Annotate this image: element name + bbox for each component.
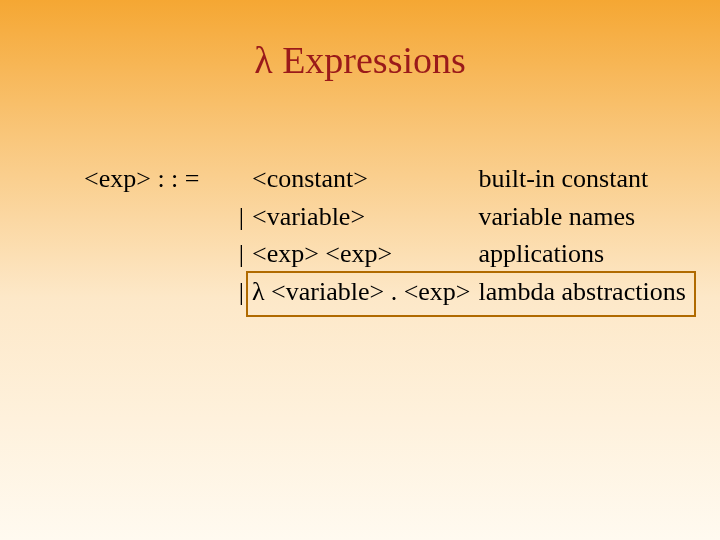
grammar-production: <variable> <box>252 202 365 231</box>
grammar-row: | <exp> <exp> applications <box>80 235 690 273</box>
grammar-bar: | <box>239 239 244 268</box>
grammar-description: built-in constant <box>479 164 649 193</box>
grammar-description: variable names <box>479 202 636 231</box>
grammar-production: λ <variable> . <exp> <box>252 273 471 311</box>
grammar-row: <exp> : : = <constant> built-in constant <box>80 160 690 198</box>
grammar-table: <exp> : : = <constant> built-in constant… <box>80 160 690 311</box>
grammar-lhs: <exp> <box>84 164 151 193</box>
grammar-production: <exp> <exp> <box>252 239 392 268</box>
grammar-bar: | <box>239 202 244 231</box>
grammar-operator: : : = <box>157 164 199 193</box>
grammar-production: <constant> <box>252 164 368 193</box>
grammar-row: | <variable> variable names <box>80 198 690 236</box>
grammar-row-highlighted: | λ <variable> . <exp> lambda abstractio… <box>80 273 690 311</box>
grammar-block: <exp> : : = <constant> built-in constant… <box>80 160 690 311</box>
grammar-description: applications <box>479 239 605 268</box>
grammar-description: lambda abstractions <box>479 277 686 306</box>
slide-title: λ Expressions <box>0 38 720 82</box>
grammar-bar: | <box>239 277 244 306</box>
